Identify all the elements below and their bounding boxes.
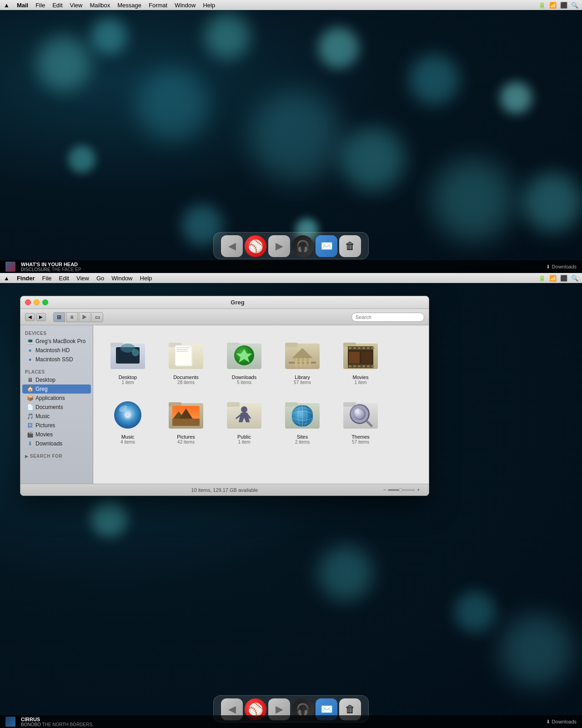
music-info-bottom: CIRRUS BONOBO THE NORTH BORDERS. bbox=[21, 717, 94, 727]
folder-public[interactable]: Public 1 item bbox=[217, 392, 271, 448]
search-section-title: ▶ SEARCH FOR bbox=[20, 452, 93, 460]
album-art-bottom bbox=[5, 717, 15, 727]
sidebar-item-pictures[interactable]: 🖼 Pictures bbox=[22, 421, 91, 430]
folder-documents-name: Documents bbox=[173, 374, 199, 380]
folder-icon-sites bbox=[284, 396, 321, 432]
file-menu[interactable]: File bbox=[35, 2, 45, 9]
cover-flow-button[interactable]: ▭ bbox=[91, 312, 103, 322]
sidebar-item-macintosh-hd[interactable]: ● Macintosh HD bbox=[22, 346, 91, 355]
forward-button[interactable]: ▶ bbox=[36, 313, 46, 321]
sidebar-item-music[interactable]: 🎵 Music bbox=[22, 412, 91, 421]
downloads-sidebar-icon: ⬇ bbox=[27, 440, 33, 447]
svg-rect-35 bbox=[362, 347, 365, 349]
dock-icon-trash[interactable]: 🗑 bbox=[339, 235, 361, 257]
sidebar-item-macintosh-ssd[interactable]: ● Macintosh SSD bbox=[22, 355, 91, 364]
desktop-sidebar-label: Desktop bbox=[35, 377, 55, 383]
icon-view-button[interactable]: ⊞ bbox=[53, 312, 65, 322]
help-menu[interactable]: Help bbox=[203, 2, 215, 9]
folder-music-count: 4 items bbox=[120, 440, 135, 445]
folder-movies-name: Movies bbox=[353, 374, 369, 380]
sidebar-item-greg[interactable]: 🏠 Greg bbox=[22, 384, 91, 394]
downloads-sidebar-label: Downloads bbox=[35, 440, 62, 447]
ssd-label: Macintosh SSD bbox=[35, 356, 73, 363]
search-icon[interactable]: 🔍 bbox=[571, 2, 578, 9]
dock-top: ◀ ⚾ ▶ 🎧 ✉️ 🗑 bbox=[213, 232, 369, 259]
applications-icon: 📦 bbox=[27, 395, 33, 401]
finder-search-icon[interactable]: 🔍 bbox=[571, 275, 578, 282]
folder-themes-name: Themes bbox=[351, 434, 370, 440]
finder-view-menu[interactable]: View bbox=[76, 275, 89, 282]
music-widget-bottom: CIRRUS BONOBO THE NORTH BORDERS. ⬇ Downl… bbox=[0, 715, 582, 728]
finder-file-menu[interactable]: File bbox=[42, 275, 52, 282]
format-menu[interactable]: Format bbox=[149, 2, 167, 9]
dock-icon-ball[interactable]: ⚾ bbox=[245, 235, 266, 257]
close-button[interactable] bbox=[25, 299, 31, 305]
svg-rect-43 bbox=[371, 365, 374, 367]
svg-rect-41 bbox=[362, 365, 365, 367]
dock-icon-play[interactable]: ▶ bbox=[268, 235, 290, 257]
folder-icon-movies bbox=[342, 336, 379, 373]
folder-desktop[interactable]: Desktop 1 item bbox=[100, 333, 155, 389]
sidebar-item-macbook[interactable]: 💻 Greg's MacBook Pro bbox=[22, 337, 91, 346]
finder-help-menu[interactable]: Help bbox=[140, 275, 152, 282]
folder-icon-desktop bbox=[110, 336, 146, 373]
finder-window-menu[interactable]: Window bbox=[111, 275, 132, 282]
zoom-out-icon[interactable]: − bbox=[383, 487, 386, 492]
dock-icon-mail[interactable]: ✉️ bbox=[316, 235, 337, 257]
view-menu[interactable]: View bbox=[70, 2, 83, 9]
folder-sites[interactable]: Sites 2 items bbox=[275, 392, 330, 448]
svg-point-49 bbox=[127, 414, 129, 416]
sidebar-item-applications[interactable]: 📦 Applications bbox=[22, 394, 91, 403]
folder-library-count: 57 items bbox=[294, 380, 311, 385]
folder-downloads[interactable]: Downloads 5 items bbox=[217, 333, 271, 389]
movies-label: Movies bbox=[35, 431, 53, 438]
dock-icon-headphones[interactable]: 🎧 bbox=[292, 235, 314, 257]
back-button[interactable]: ◀ bbox=[25, 313, 35, 321]
folder-themes[interactable]: Themes 57 items bbox=[333, 392, 388, 448]
dock-icon-back[interactable]: ◀ bbox=[221, 235, 243, 257]
svg-rect-42 bbox=[367, 365, 370, 367]
zoom-slider-thumb[interactable] bbox=[399, 488, 402, 492]
sidebar-item-documents[interactable]: 📄 Documents bbox=[22, 403, 91, 412]
folder-library[interactable]: Library 57 items bbox=[275, 333, 330, 389]
edit-menu[interactable]: Edit bbox=[52, 2, 62, 9]
sidebar-item-desktop[interactable]: 🖥 Desktop bbox=[22, 375, 91, 384]
places-section-title: PLACES bbox=[20, 368, 93, 375]
folder-pictures[interactable]: Pictures 42 items bbox=[159, 392, 213, 448]
music-info-top: WHAT'S IN YOUR HEAD DISCLOSURE THE FACE … bbox=[21, 262, 81, 272]
zoom-in-icon[interactable]: + bbox=[417, 487, 420, 492]
folder-downloads-name: Downloads bbox=[232, 374, 256, 380]
column-view-button[interactable]: ⫸ bbox=[79, 312, 90, 322]
minimize-button[interactable] bbox=[34, 299, 40, 305]
downloads-bottom[interactable]: ⬇ Downloads bbox=[546, 719, 577, 725]
finder-app-name[interactable]: Finder bbox=[17, 275, 35, 282]
apple-menu[interactable]: ▲ bbox=[4, 2, 10, 9]
finder-toolbar: ◀ ▶ ⊞ ≡ ⫸ ▭ bbox=[20, 309, 429, 325]
finder-signal-icon: 📶 bbox=[549, 275, 557, 282]
svg-rect-13 bbox=[176, 351, 188, 352]
folder-movies[interactable]: Movies 1 item bbox=[333, 333, 388, 389]
folder-icon-public bbox=[226, 396, 262, 432]
finder-edit-menu[interactable]: Edit bbox=[59, 275, 69, 282]
folder-music[interactable]: Music 4 items bbox=[100, 392, 155, 448]
finder-go-menu[interactable]: Go bbox=[96, 275, 104, 282]
window-menu[interactable]: Window bbox=[175, 2, 196, 9]
svg-rect-62 bbox=[285, 402, 298, 407]
list-view-button[interactable]: ≡ bbox=[66, 312, 78, 322]
app-name[interactable]: Mail bbox=[17, 2, 28, 9]
downloads-top[interactable]: ⬇ Downloads bbox=[546, 264, 577, 270]
mailbox-menu[interactable]: Mailbox bbox=[90, 2, 110, 9]
sidebar-item-downloads[interactable]: ⬇ Downloads bbox=[22, 439, 91, 448]
folder-documents[interactable]: Documents 28 items bbox=[159, 333, 213, 389]
maximize-button[interactable] bbox=[42, 299, 48, 305]
finder-content: Desktop 1 item bbox=[93, 325, 429, 484]
mail-menu-bar: ▲ Mail File Edit View Mailbox Message Fo… bbox=[0, 0, 582, 10]
sidebar-item-movies[interactable]: 🎬 Movies bbox=[22, 430, 91, 439]
svg-rect-12 bbox=[176, 349, 187, 350]
finder-screen-icon: ⬛ bbox=[560, 275, 567, 282]
finder-apple-menu[interactable]: ▲ bbox=[4, 275, 10, 282]
svg-rect-11 bbox=[176, 347, 190, 348]
folder-desktop-name: Desktop bbox=[119, 374, 137, 380]
finder-search-input[interactable] bbox=[351, 313, 424, 322]
message-menu[interactable]: Message bbox=[117, 2, 141, 9]
